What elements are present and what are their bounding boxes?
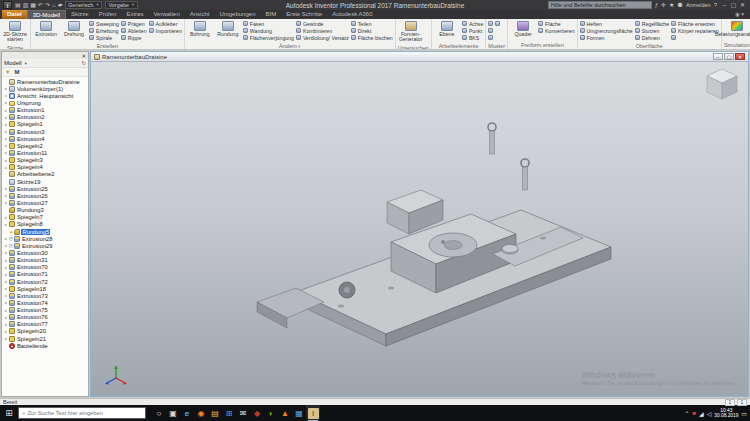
ribbon-button-dehnen[interactable]: Dehnen (635, 34, 669, 41)
ribbon-button-bks[interactable]: BKS (462, 34, 483, 41)
tree-item-extrusion74[interactable]: ▸Extrusion74 (2, 299, 88, 306)
ribbon-button-rundung[interactable]: Rundung (215, 20, 241, 37)
ribbon-button-gewinde[interactable]: Gewinde (296, 20, 349, 27)
ribbon-button-ebene[interactable]: Ebene (434, 20, 460, 37)
expand-arrow-icon[interactable]: ▸ (4, 215, 8, 220)
update-icon[interactable]: ▰ (58, 0, 63, 10)
ribbon-button-kombinieren[interactable]: Kombinieren (296, 27, 349, 34)
ribbon-button-ableiten[interactable]: Ableiten (121, 27, 147, 34)
ribbon-button-pragen[interactable]: Prägen (121, 20, 147, 27)
ribbon-button-wandung[interactable]: Wandung (243, 27, 294, 34)
network-icon[interactable]: ◢ (699, 410, 704, 417)
tree-item-spiegeln2[interactable]: ▸Spiegeln2 (2, 142, 88, 149)
tree-item-bauteilende[interactable]: Bauteilende (2, 342, 88, 349)
document-titlebar[interactable]: RamenunterbauDraisine – ▢ ✕ (91, 52, 748, 62)
expand-arrow-icon[interactable]: ▸ (4, 243, 8, 248)
tree-item-extrusion3[interactable]: ▸Extrusion3 (2, 128, 88, 135)
expand-arrow-icon[interactable]: ▸ (4, 236, 8, 241)
restore-button[interactable]: ▢ (729, 0, 738, 10)
tree-item-extrusion28[interactable]: ▸◷Extrusion28 (2, 235, 88, 242)
tab-erste-schritte[interactable]: Erste Schritte (281, 10, 327, 19)
tab-bim[interactable]: BIM (260, 10, 281, 19)
material-select[interactable]: Generisch▼ (65, 1, 102, 9)
tree-item-extrusion31[interactable]: ▸Extrusion31 (2, 257, 88, 264)
signin-button[interactable]: Anmelden (686, 2, 711, 8)
tab-3d-modell[interactable]: 3D-Modell (27, 10, 66, 19)
tree-item-spiegeln18[interactable]: ▸Spiegeln18 (2, 285, 88, 292)
tree-item-extrusion71[interactable]: ▸Extrusion71 (2, 271, 88, 278)
expand-arrow-icon[interactable]: ▸ (4, 150, 8, 155)
undo-icon[interactable]: ↶ (38, 0, 43, 10)
browser-mode-select[interactable]: Modell (4, 60, 22, 66)
tree-item-extrusion70[interactable]: ▸Extrusion70 (2, 264, 88, 271)
taskbar-icon-firefox-icon[interactable]: ◉ (194, 405, 208, 421)
tree-item-ansicht-hauptansicht[interactable]: ▸Ansicht: Hauptansicht (2, 92, 88, 99)
expand-arrow-icon[interactable]: ▸ (4, 165, 8, 170)
ribbon-button-fasen[interactable]: Fasen (243, 20, 294, 27)
tab-prufen[interactable]: Prüfen (94, 10, 122, 19)
ribbon-button-aufkleber[interactable]: Aufkleber (149, 20, 182, 27)
tree-item-spiegeln1[interactable]: ▸Spiegeln1 (2, 121, 88, 128)
tree-item-spiegeln3[interactable]: ▸Spiegeln3 (2, 157, 88, 164)
taskbar-clock[interactable]: 10:43 30.08.2019 (714, 408, 738, 418)
tab-ansicht[interactable]: Ansicht (185, 10, 215, 19)
doc-restore-button[interactable]: ▢ (724, 53, 734, 60)
fx-parameters-icon[interactable]: ƒ (655, 0, 658, 10)
expand-arrow-icon[interactable]: ▸ (4, 93, 8, 98)
minimize-button[interactable]: – (720, 0, 729, 10)
expand-arrow-icon[interactable]: ▸ (4, 136, 8, 141)
action-center-icon[interactable]: ▭ (741, 410, 747, 417)
taskbar-icon-task-view-icon[interactable]: ▣ (166, 405, 180, 421)
ribbon-button-umgrenzungsflache[interactable]: Umgrenzungsfläche (580, 27, 633, 34)
expand-arrow-icon[interactable]: ▸ (4, 193, 8, 198)
expand-arrow-icon[interactable]: ▸ (4, 258, 8, 263)
expand-arrow-icon[interactable]: ▸ (4, 186, 8, 191)
expand-arrow-icon[interactable]: ▸ (4, 286, 8, 291)
group-label[interactable]: Ändern (185, 42, 395, 49)
tree-item-extrusion2[interactable]: ▸Extrusion2 (2, 114, 88, 121)
taskbar-icon-nvidia-icon[interactable]: ◗ (264, 405, 278, 421)
ribbon-button-punkt[interactable]: Punkt (462, 27, 483, 34)
expand-arrow-icon[interactable]: ▸ (4, 222, 8, 227)
ribbon-button-circular-pattern-icon[interactable] (488, 27, 493, 34)
taskbar-icon-mail-icon[interactable]: ✉ (236, 405, 250, 421)
expand-arrow-icon[interactable]: ▸ (4, 329, 8, 334)
tree-item-extrusion27[interactable]: ▸Extrusion27 (2, 199, 88, 206)
ribbon-button-erhebung[interactable]: Erhebung (89, 27, 119, 34)
ribbon-button-formen-generator[interactable]: Formen-Generator (398, 20, 424, 43)
tree-item-spiegeln8[interactable]: ▸Spiegeln8 (2, 221, 88, 228)
expand-arrow-icon[interactable]: ▸ (4, 300, 8, 305)
doc-close-button[interactable]: ✕ (735, 53, 745, 60)
panel-options-icon[interactable]: ↻ (81, 60, 86, 66)
expand-arrow-icon[interactable]: ▸ (4, 115, 8, 120)
tree-item-extrusion76[interactable]: ▸Extrusion76 (2, 314, 88, 321)
tree-item-rundung3[interactable]: Rundung3 (2, 207, 88, 214)
taskbar-icon-cortana-icon[interactable]: ○ (152, 405, 166, 421)
taskbar-icon-store-icon[interactable]: ⊞ (222, 405, 236, 421)
expand-arrow-icon[interactable]: ▸ (4, 200, 8, 205)
doc-minimize-button[interactable]: – (713, 53, 723, 60)
expand-arrow-icon[interactable]: ▸ (4, 272, 8, 277)
ribbon-button-sculpt-icon[interactable] (671, 34, 719, 41)
tree-item-extrusion1[interactable]: ▸Extrusion1 (2, 107, 88, 114)
graphics-canvas[interactable]: Windows aktivieren Wechseln Sie zu den E… (91, 62, 748, 396)
tree-item-ramenunterbaudraisine[interactable]: RamenunterbauDraisine (2, 78, 88, 85)
taskbar-icon-file-explorer-icon[interactable]: ▤ (208, 405, 222, 421)
tree-item-extrusion4[interactable]: ▸Extrusion4 (2, 135, 88, 142)
ribbon-button-spirale[interactable]: Spirale (89, 34, 119, 41)
ribbon-button-stutzen[interactable]: Stutzen (635, 27, 669, 34)
tree-item-extrusion29[interactable]: ▸◷Extrusion29 (2, 242, 88, 249)
taskbar-icon-photos-icon[interactable]: ▦ (292, 405, 306, 421)
ribbon-button-verdickung-versatz[interactable]: Verdickung/ Versatz (296, 34, 349, 41)
user-icon[interactable]: ⚉ (677, 0, 682, 10)
expand-arrow-icon[interactable]: ▸ (4, 86, 8, 91)
ribbon-button-extrusion[interactable]: Extrusion (33, 20, 59, 37)
tree-item-extrusion75[interactable]: ▸Extrusion75 (2, 307, 88, 314)
tab-skizze[interactable]: Skizze (66, 10, 94, 19)
ribbon-button-teilen[interactable]: Teilen (351, 20, 393, 27)
viewcube[interactable] (704, 66, 740, 102)
taskbar-search[interactable]: ⌕ (18, 407, 146, 419)
ribbon-button-heften[interactable]: Heften (580, 20, 633, 27)
expand-arrow-icon[interactable]: ▸ (4, 322, 8, 327)
tab-umgebungen[interactable]: Umgebungen (214, 10, 260, 19)
